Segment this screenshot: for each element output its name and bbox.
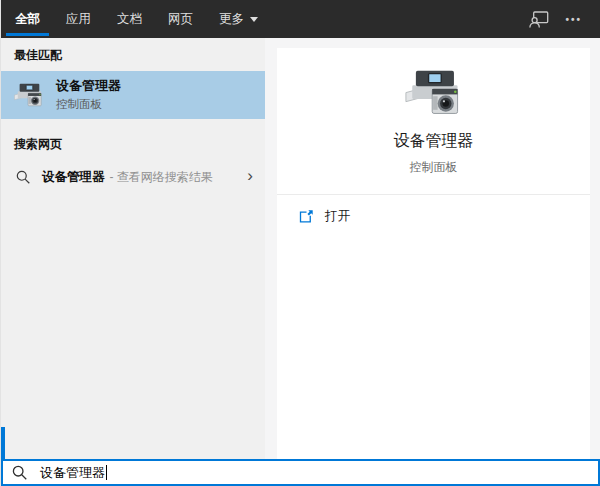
tab-documents[interactable]: 文档	[107, 0, 152, 38]
best-match-title: 设备管理器	[56, 78, 121, 94]
preview-title: 设备管理器	[394, 131, 474, 152]
open-action[interactable]: 打开	[277, 195, 590, 225]
device-manager-large-icon	[405, 68, 463, 119]
preview-card: 设备管理器 控制面板 打开	[277, 48, 590, 459]
tab-apps-label: 应用	[66, 11, 91, 28]
search-filter-bar: 全部 应用 文档 网页 更多 •••	[1, 0, 600, 38]
search-icon	[12, 465, 27, 480]
best-match-header: 最佳匹配	[1, 38, 265, 71]
search-flyout-window: 全部 应用 文档 网页 更多 •••	[0, 0, 600, 486]
open-action-label: 打开	[325, 208, 350, 225]
results-panel: 最佳匹配	[1, 38, 265, 459]
tab-all-label: 全部	[15, 11, 40, 28]
tab-more-label: 更多	[219, 11, 244, 28]
taskbar-accent-strip	[1, 427, 5, 459]
web-search-item[interactable]: 设备管理器 - 查看网络搜索结果 ›	[1, 160, 265, 194]
tab-documents-label: 文档	[117, 11, 142, 28]
preview-subtitle: 控制面板	[410, 159, 458, 176]
device-manager-icon	[14, 82, 44, 109]
tab-more[interactable]: 更多	[209, 0, 268, 38]
tab-web-label: 网页	[168, 11, 193, 28]
search-icon	[16, 170, 30, 184]
web-search-hint: - 查看网络搜索结果	[110, 169, 213, 186]
more-options-icon[interactable]: •••	[565, 14, 582, 25]
text-cursor	[106, 465, 107, 480]
best-match-item-device-manager[interactable]: 设备管理器 控制面板	[1, 71, 265, 119]
search-input-value[interactable]: 设备管理器	[40, 464, 105, 482]
tab-all[interactable]: 全部	[5, 0, 50, 38]
search-results-area: 最佳匹配	[1, 38, 600, 459]
web-search-header: 搜索网页	[1, 127, 265, 160]
preview-panel: 设备管理器 控制面板 打开	[265, 38, 600, 459]
open-icon	[299, 209, 314, 224]
topbar-actions: •••	[529, 11, 600, 28]
tab-apps[interactable]: 应用	[56, 0, 101, 38]
best-match-subtitle: 控制面板	[56, 97, 121, 112]
feedback-icon[interactable]	[529, 11, 549, 28]
chevron-down-icon	[250, 17, 258, 22]
tab-web[interactable]: 网页	[158, 0, 203, 38]
web-search-query: 设备管理器	[42, 169, 105, 186]
search-input-bar[interactable]: 设备管理器	[1, 459, 600, 486]
chevron-right-icon[interactable]: ›	[247, 167, 253, 187]
